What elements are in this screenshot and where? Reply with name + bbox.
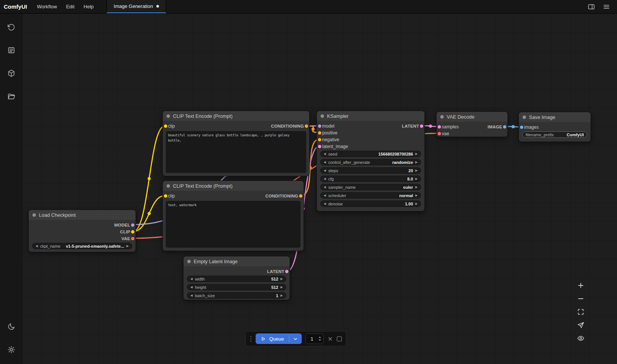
node-clip-negative[interactable]: CLIP Text Encode (Prompt)clipCONDITIONIN…	[162, 180, 304, 251]
increment-arrow-icon[interactable]: ▶	[415, 169, 418, 172]
node-collapse-dot[interactable]	[167, 184, 170, 188]
increment-arrow-icon[interactable]: ▶	[281, 294, 283, 297]
node-collapse-dot[interactable]	[321, 114, 324, 118]
output-slot-LATENT[interactable]	[285, 270, 288, 273]
widget-label: ckpt_name	[40, 244, 60, 248]
input-slot-vae[interactable]	[438, 132, 441, 136]
theme-toggle-button[interactable]	[4, 319, 19, 334]
node-load-checkpoint[interactable]: Load CheckpointMODELCLIPVAE◀ckpt_namev1-…	[28, 210, 136, 252]
batch-count-stepper[interactable]: 1	[305, 333, 324, 344]
decrement-icon[interactable]	[319, 339, 321, 341]
increment-arrow-icon[interactable]: ▶	[415, 161, 418, 164]
widget-denoise[interactable]: ◀denoise1.00▶	[320, 201, 421, 207]
settings-button[interactable]	[4, 342, 19, 357]
queue-button[interactable]: Queue	[256, 333, 289, 344]
toggle-link-visibility-button[interactable]	[576, 335, 585, 342]
decrement-arrow-icon[interactable]: ◀	[324, 194, 326, 197]
output-slot-VAE[interactable]	[131, 237, 134, 241]
node-title-bar[interactable]: CLIP Text Encode (Prompt)	[163, 111, 309, 121]
increment-arrow-icon[interactable]: ▶	[281, 286, 283, 289]
output-slot-LATENT[interactable]	[420, 125, 423, 128]
node-vae-decode[interactable]: VAE DecodesamplesIMAGEvae	[436, 111, 508, 137]
increment-arrow-icon[interactable]: ▶	[415, 194, 418, 197]
pointer-mode-button[interactable]	[576, 321, 585, 329]
decrement-arrow-icon[interactable]: ◀	[324, 186, 326, 189]
sidebar-history-button[interactable]	[4, 20, 19, 35]
decrement-arrow-icon[interactable]: ◀	[190, 278, 193, 281]
input-slot-samples[interactable]	[438, 125, 441, 129]
widget-sampler_name[interactable]: ◀sampler_nameeuler▶	[320, 184, 421, 190]
widget-scheduler[interactable]: ◀schedulernormal▶	[320, 192, 421, 199]
input-slot-negative[interactable]	[318, 138, 321, 142]
node-ksampler[interactable]: KSamplermodelLATENTpositivenegativelaten…	[316, 111, 425, 211]
increment-arrow-icon[interactable]: ▶	[415, 186, 418, 189]
output-slot-CLIP[interactable]	[131, 230, 134, 234]
decrement-arrow-icon[interactable]: ◀	[324, 202, 326, 205]
clear-queue-button[interactable]	[327, 336, 333, 342]
output-slot-IMAGE[interactable]	[503, 125, 506, 129]
node-collapse-dot[interactable]	[32, 213, 36, 217]
zoom-out-button[interactable]	[576, 295, 585, 302]
widget-cfg[interactable]: ◀cfg8.0▶	[320, 176, 421, 182]
input-slot-clip[interactable]	[164, 125, 167, 128]
widget-width[interactable]: ◀width512▶	[187, 276, 286, 282]
menu-help[interactable]: Help	[79, 0, 98, 13]
sidebar-queue-button[interactable]	[4, 43, 19, 58]
menu-workflow[interactable]: Workflow	[32, 0, 62, 13]
decrement-arrow-icon[interactable]: ◀	[190, 294, 193, 297]
sidebar-node-library-button[interactable]	[4, 66, 19, 81]
increment-arrow-icon[interactable]: ▶	[415, 202, 418, 205]
node-title-bar[interactable]: Empty Latent Image	[184, 256, 290, 266]
widget-ckpt_name[interactable]: ◀ckpt_namev1-5-pruned-emaonly.safete...▶	[32, 243, 132, 249]
increment-icon[interactable]	[319, 336, 321, 338]
main-menu-button[interactable]	[603, 3, 610, 11]
input-slot-positive[interactable]	[318, 131, 321, 135]
zoom-in-button[interactable]	[576, 282, 585, 289]
decrement-arrow-icon[interactable]: ◀	[324, 161, 326, 164]
node-title-bar[interactable]: VAE Decode	[437, 112, 507, 122]
node-title-bar[interactable]: Load Checkpoint	[29, 210, 136, 220]
widget-batch_size[interactable]: ◀batch_size1▶	[187, 292, 286, 299]
widget-seed[interactable]: ◀seed156680208700286▶	[320, 151, 421, 157]
prompt-textarea[interactable]: beautiful scenery nature glass bottle la…	[166, 131, 306, 173]
input-slot-clip[interactable]	[164, 194, 167, 198]
node-collapse-dot[interactable]	[440, 115, 444, 119]
decrement-arrow-icon[interactable]: ◀	[190, 286, 193, 289]
output-slot-MODEL[interactable]	[131, 224, 134, 227]
sidebar-workflows-button[interactable]	[4, 89, 19, 104]
node-collapse-dot[interactable]	[187, 260, 191, 263]
toggle-panel-button[interactable]	[588, 3, 595, 11]
node-save-image[interactable]: Save Imageimagesfilename_prefixComfyUI	[518, 112, 591, 142]
increment-arrow-icon[interactable]: ▶	[415, 153, 418, 156]
fit-view-button[interactable]	[576, 308, 585, 316]
decrement-arrow-icon[interactable]: ◀	[324, 153, 326, 156]
input-slot-images[interactable]	[520, 126, 523, 129]
input-slot-model[interactable]	[318, 125, 321, 128]
decrement-arrow-icon[interactable]: ◀	[324, 169, 326, 172]
prompt-textarea[interactable]: text, watermark	[166, 201, 301, 248]
decrement-arrow-icon[interactable]: ◀	[324, 177, 326, 180]
menu-edit[interactable]: Edit	[62, 0, 79, 13]
widget-steps[interactable]: ◀steps20▶	[320, 167, 421, 174]
node-collapse-dot[interactable]	[523, 116, 526, 119]
node-title-bar[interactable]: CLIP Text Encode (Prompt)	[163, 181, 304, 191]
queue-options-button[interactable]	[289, 333, 302, 344]
increment-arrow-icon[interactable]: ▶	[415, 177, 418, 180]
input-slot-latent_image[interactable]	[318, 145, 321, 148]
increment-arrow-icon[interactable]: ▶	[126, 245, 129, 248]
widget-height[interactable]: ◀height512▶	[187, 284, 286, 290]
increment-arrow-icon[interactable]: ▶	[281, 278, 283, 281]
node-title-bar[interactable]: KSampler	[317, 111, 424, 121]
node-title-bar[interactable]: Save Image	[519, 112, 591, 122]
workflow-tab[interactable]: Image Generation	[106, 0, 166, 13]
node-collapse-dot[interactable]	[167, 114, 170, 118]
output-slot-CONDITIONING[interactable]	[305, 125, 308, 128]
decrement-arrow-icon[interactable]: ◀	[35, 245, 38, 248]
interrupt-button[interactable]	[337, 336, 342, 341]
node-clip-positive[interactable]: CLIP Text Encode (Prompt)clipCONDITIONIN…	[162, 111, 310, 176]
widget-filename_prefix[interactable]: filename_prefixComfyUI	[522, 131, 587, 138]
drag-handle-icon[interactable]	[250, 336, 252, 342]
output-slot-CONDITIONING[interactable]	[299, 194, 302, 198]
widget-control_after_generate[interactable]: ◀control_after_generaterandomize▶	[320, 159, 421, 165]
node-empty-latent[interactable]: Empty Latent ImageLATENT◀width512▶◀heigh…	[183, 256, 290, 300]
